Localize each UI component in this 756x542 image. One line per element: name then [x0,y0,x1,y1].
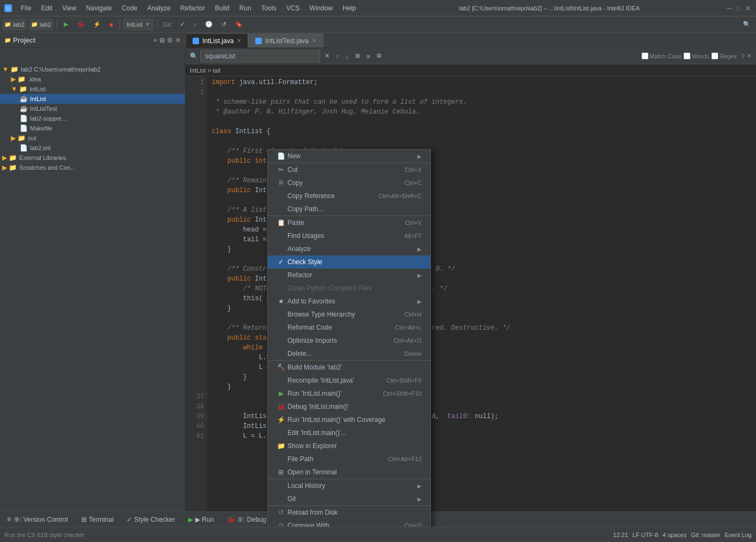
tree-item-intlist-java[interactable]: ☕ IntList [0,94,185,104]
menu-add-favorites[interactable]: ★ Add to Favorites ▶ [268,295,430,308]
match-case-checkbox[interactable] [641,52,649,59]
menu-compare-with[interactable]: ⚖ Compare With... Ctrl+D [268,519,430,527]
coverage-btn[interactable]: ⚡ [90,20,104,29]
regex-checkbox[interactable] [711,52,718,59]
close-panel-btn[interactable]: ✕ [175,37,181,44]
match-case-label[interactable]: Match Case [641,52,682,59]
settings-btn[interactable]: ⚙ [167,37,173,44]
menu-open-terminal[interactable]: ⊞ Open in Terminal [268,466,430,479]
cut-menu-icon: ✂ [277,165,285,174]
menu-debug-main-label: Debug 'IntList.main()' [287,403,349,410]
git-history-btn[interactable]: 🕐 [202,20,216,29]
tree-item-intlisttest-java[interactable]: ☕ IntListTest [0,104,185,114]
menu-copy-path[interactable]: Copy Path... [268,202,430,216]
tree-item-external-libs[interactable]: ▶ 📁 External Libraries [0,153,185,163]
search-clear-btn[interactable]: ✕ [322,51,332,61]
menu-show-explorer[interactable]: 📁 Show in Explorer [268,439,430,452]
search-settings-btn[interactable]: ⚙ [374,51,384,61]
stop-btn[interactable]: ■ [106,20,117,29]
search-close-btn[interactable]: ✕ [747,52,752,59]
menu-local-history[interactable]: Local History ▶ [268,479,430,492]
menu-build[interactable]: Build [211,3,234,13]
menu-check-style[interactable]: ✓ Check Style [268,255,430,269]
menu-edit-main[interactable]: Edit 'IntList.main()'... [268,426,430,439]
menu-refactor[interactable]: Refactor [176,3,209,13]
tab-intlisttest-close[interactable]: ✕ [312,38,316,44]
tree-item-makefile[interactable]: 📄 Makefile [0,123,185,133]
words-label[interactable]: Words [683,52,709,59]
tree-item-intlist-folder[interactable]: ▼ 📁 IntList [0,84,185,94]
menu-paste[interactable]: 📋 Paste Ctrl+V [268,216,430,229]
menu-view[interactable]: View [58,3,81,13]
menu-file-path[interactable]: File Path Ctrl+Alt+F12 [268,452,430,466]
menu-copy-reference[interactable]: Copy Reference Ctrl+Alt+Shift+C [268,189,430,202]
menu-cut[interactable]: ✂ Cut Ctrl+X [268,163,430,176]
menu-reformat[interactable]: Reformat Code Ctrl+Alt+L [268,321,430,334]
menu-git[interactable]: Git ▶ [268,492,430,505]
menu-tools[interactable]: Tools [257,3,281,13]
add-content-btn[interactable]: + [153,37,157,44]
menu-window[interactable]: Window [305,3,337,13]
menu-analyze[interactable]: Analyze [143,3,175,13]
tree-item-lab2-iml[interactable]: 📄 lab2.iml [0,143,185,153]
search-filter-btn[interactable]: ⊞ [353,51,362,61]
menu-build-module[interactable]: 🔨 Build Module 'lab2' [268,360,430,374]
menu-vcs[interactable]: VCS [282,3,304,13]
tab-run[interactable]: ▶ ▶ Run [182,512,220,527]
menu-run[interactable]: Run [235,3,256,13]
close-btn[interactable]: ✕ [745,4,752,13]
tab-intlist[interactable]: IntList.java ✕ [185,33,248,47]
menu-file[interactable]: File [16,3,35,13]
menu-find-usages[interactable]: Find Usages Alt+F7 [268,229,430,242]
tab-intlisttest[interactable]: IntListTest.java ✕ [248,33,323,47]
words-checkbox[interactable] [683,52,691,59]
tab-terminal[interactable]: ⊞ Terminal [75,512,120,527]
menu-analyze[interactable]: Analyze ▶ [268,242,430,255]
tab-style-checker[interactable]: ✓ Style Checker [120,512,182,527]
tab-intlist-close[interactable]: ✕ [237,38,241,44]
search-input[interactable] [200,50,320,62]
branch-selector[interactable]: IntList ▼ [123,19,153,31]
tree-item-out[interactable]: ▶ 📁 out [0,133,185,143]
maximize-btn[interactable]: □ [737,4,741,12]
tab-debug[interactable]: 🐞 ⑤: Debug [220,512,273,527]
tree-item-lab2[interactable]: ▼ 📁 lab2 C:\Users\omatt\repo\lab2 [0,64,185,74]
module-selector[interactable]: 📁 lab2 [29,19,53,31]
tab-version-control[interactable]: ⑨ ⑨: Version Control [0,512,75,527]
menu-navigate[interactable]: Navigate [82,3,116,13]
menu-recompile[interactable]: Recompile 'IntList.java' Ctrl+Shift+F9 [268,374,430,387]
minimize-btn[interactable]: ─ [727,4,733,13]
menu-copy[interactable]: ⎘ Copy Ctrl+C [268,176,430,189]
git-bookmark-btn[interactable]: 🔖 [232,20,246,29]
tree-item-lab2-suppre[interactable]: 📄 lab2-suppre... [0,114,185,123]
git-push-btn[interactable]: ↑ [190,20,200,29]
search-prev-btn[interactable]: ↑ [334,52,341,61]
tree-item-idea[interactable]: ▶ 📁 .idea [0,74,185,84]
event-log-btn[interactable]: Event Log [724,532,752,538]
search-everywhere-btn[interactable]: 🔍 [740,20,754,29]
menu-reload-disk[interactable]: ↺ Reload from Disk [268,505,430,519]
menu-browse-hierarchy[interactable]: Browse Type Hierarchy Ctrl+H [268,308,430,321]
git-label: Git: [161,21,175,28]
menu-debug-main[interactable]: 🐞 Debug 'IntList.main()' [268,400,430,413]
menu-new[interactable]: 📄 New ▶ [268,150,430,163]
menu-delete[interactable]: Delete... Delete [268,347,430,360]
menu-refactor[interactable]: Refactor ▶ [268,269,430,282]
menu-help[interactable]: Help [338,3,361,13]
menu-optimize-imports[interactable]: Optimize Imports Ctrl+Alt+O [268,334,430,347]
menu-edit[interactable]: Edit [37,3,57,13]
search-next-btn[interactable]: ↓ [344,52,351,61]
tree-item-scratches[interactable]: ▶ 📁 Scratches and Con... [0,163,185,172]
project-selector[interactable]: 📁 lab2 [2,19,27,31]
git-revert-btn[interactable]: ↺ [218,20,230,29]
debug-btn[interactable]: 🐞 [74,20,88,29]
menu-run-main[interactable]: ▶ Run 'IntList.main()' Ctrl+Shift+F10 [268,387,430,400]
git-update-btn[interactable]: ✓ [177,20,188,29]
search-help-btn[interactable]: ? [741,53,745,59]
menu-run-coverage[interactable]: ⚡ Run 'IntList.main()' with Coverage [268,413,430,426]
scroll-to-source-btn[interactable]: ⊞ [159,37,165,44]
regex-label[interactable]: Regex [711,52,737,59]
run-btn[interactable]: ▶ [61,20,71,29]
search-options-btn[interactable]: ≡ [364,52,372,61]
menu-code[interactable]: Code [117,3,142,13]
